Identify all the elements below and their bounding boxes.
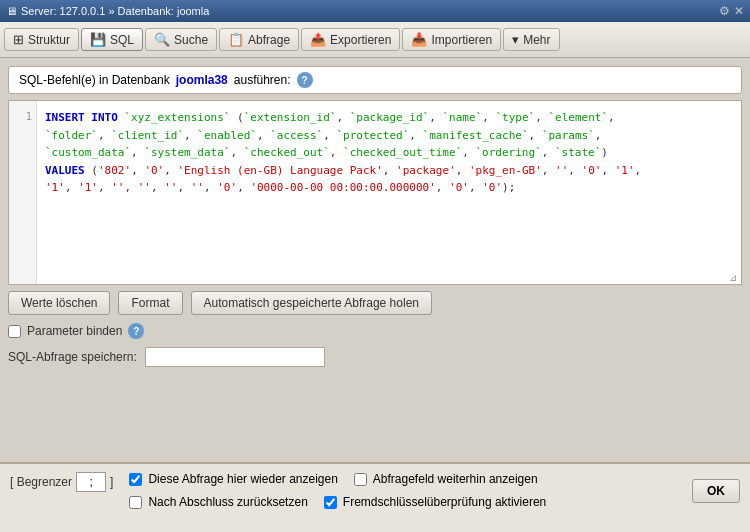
line-numbers: 1: [9, 101, 37, 284]
foreign-key-checkbox[interactable]: [324, 496, 337, 509]
sql-header-dbname: joomla38: [176, 73, 228, 87]
sql-icon: 💾: [90, 32, 106, 47]
save-query-label: SQL-Abfrage speichern:: [8, 350, 137, 364]
sql-editor-container: 1 INSERT INTO `xyz_extensions` (`extensi…: [8, 100, 742, 285]
delimiter-close-bracket: ]: [110, 475, 113, 489]
mehr-icon: ▾: [512, 32, 519, 47]
toolbar-btn-exportieren[interactable]: 📤 Exportieren: [301, 28, 400, 51]
importieren-icon: 📥: [411, 32, 427, 47]
sql-label: SQL: [110, 33, 134, 47]
toolbar-btn-abfrage[interactable]: 📋 Abfrage: [219, 28, 299, 51]
bottom-layout: [ Begrenzer ] Diese Abfrage hier wieder …: [10, 472, 740, 509]
gear-icon[interactable]: ⚙: [719, 4, 730, 18]
show-again-checkbox[interactable]: [129, 473, 142, 486]
delimiter-section: [ Begrenzer ]: [10, 472, 113, 492]
parameter-bind-checkbox[interactable]: [8, 325, 21, 338]
abfrage-icon: 📋: [228, 32, 244, 47]
show-again-label: Diese Abfrage hier wieder anzeigen: [148, 472, 337, 486]
suche-icon: 🔍: [154, 32, 170, 47]
server-icon: 🖥: [6, 5, 17, 17]
struktur-icon: ⊞: [13, 32, 24, 47]
bottom-checkboxes-row2: Nach Abschluss zurücksetzen Fremdschlüss…: [129, 495, 676, 509]
sql-header-help-icon[interactable]: ?: [297, 72, 313, 88]
reset-after-checkbox[interactable]: [129, 496, 142, 509]
toolbar-btn-sql[interactable]: 💾 SQL: [81, 28, 143, 51]
suche-label: Suche: [174, 33, 208, 47]
show-field-label: Abfragefeld weiterhin anzeigen: [373, 472, 538, 486]
sql-header: SQL-Befehl(e) in Datenbank joomla38 ausf…: [8, 66, 742, 94]
exportieren-label: Exportieren: [330, 33, 391, 47]
checkbox-show-again-group: Diese Abfrage hier wieder anzeigen: [129, 472, 337, 486]
struktur-label: Struktur: [28, 33, 70, 47]
title-bar: 🖥 Server: 127.0.0.1 » Datenbank: joomla …: [0, 0, 750, 22]
format-button[interactable]: Format: [118, 291, 182, 315]
clear-values-button[interactable]: Werte löschen: [8, 291, 110, 315]
parameter-bind-label: Parameter binden: [27, 324, 122, 338]
foreign-key-label: Fremdschlüsselüberprüfung aktivieren: [343, 495, 546, 509]
delimiter-open-bracket: [ Begrenzer: [10, 475, 72, 489]
page-body: SQL-Befehl(e) in Datenbank joomla38 ausf…: [0, 58, 750, 532]
save-query-row: SQL-Abfrage speichern:: [8, 347, 742, 367]
reset-after-label: Nach Abschluss zurücksetzen: [148, 495, 307, 509]
resize-handle[interactable]: ⊿: [729, 272, 739, 282]
exportieren-icon: 📤: [310, 32, 326, 47]
buttons-row: Werte löschen Format Automatisch gespeic…: [8, 291, 742, 315]
toolbar: ⊞ Struktur 💾 SQL 🔍 Suche 📋 Abfrage 📤 Exp…: [0, 22, 750, 58]
ok-button[interactable]: OK: [692, 479, 740, 503]
checkbox-show-field-group: Abfragefeld weiterhin anzeigen: [354, 472, 538, 486]
toolbar-btn-mehr[interactable]: ▾ Mehr: [503, 28, 559, 51]
mehr-label: Mehr: [523, 33, 550, 47]
save-query-input[interactable]: [145, 347, 325, 367]
checkbox-reset-after-group: Nach Abschluss zurücksetzen: [129, 495, 307, 509]
checkbox-foreign-key-group: Fremdschlüsselüberprüfung aktivieren: [324, 495, 546, 509]
toolbar-btn-importieren[interactable]: 📥 Importieren: [402, 28, 501, 51]
line-number-1: 1: [13, 109, 32, 126]
bottom-bar: [ Begrenzer ] Diese Abfrage hier wieder …: [0, 462, 750, 532]
sql-header-suffix: ausführen:: [234, 73, 291, 87]
sql-editor-inner: 1 INSERT INTO `xyz_extensions` (`extensi…: [9, 101, 741, 284]
toolbar-btn-suche[interactable]: 🔍 Suche: [145, 28, 217, 51]
sql-code-display: INSERT INTO `xyz_extensions` (`extension…: [37, 101, 649, 284]
sql-header-prefix: SQL-Befehl(e) in Datenbank: [19, 73, 170, 87]
power-icon[interactable]: ✕: [734, 4, 744, 18]
show-field-checkbox[interactable]: [354, 473, 367, 486]
toolbar-btn-struktur[interactable]: ⊞ Struktur: [4, 28, 79, 51]
title-text: Server: 127.0.0.1 » Datenbank: joomla: [21, 5, 209, 17]
importieren-label: Importieren: [431, 33, 492, 47]
title-bar-controls[interactable]: ⚙ ✕: [719, 4, 744, 18]
parameter-bind-row: Parameter binden ?: [8, 323, 742, 339]
bottom-checkboxes: Diese Abfrage hier wieder anzeigen Abfra…: [129, 472, 676, 509]
parameter-bind-help-icon[interactable]: ?: [128, 323, 144, 339]
bottom-checkboxes-row1: Diese Abfrage hier wieder anzeigen Abfra…: [129, 472, 676, 486]
delimiter-input[interactable]: [76, 472, 106, 492]
abfrage-label: Abfrage: [248, 33, 290, 47]
title-bar-text: 🖥 Server: 127.0.0.1 » Datenbank: joomla: [6, 5, 209, 17]
restore-query-button[interactable]: Automatisch gespeicherte Abfrage holen: [191, 291, 432, 315]
